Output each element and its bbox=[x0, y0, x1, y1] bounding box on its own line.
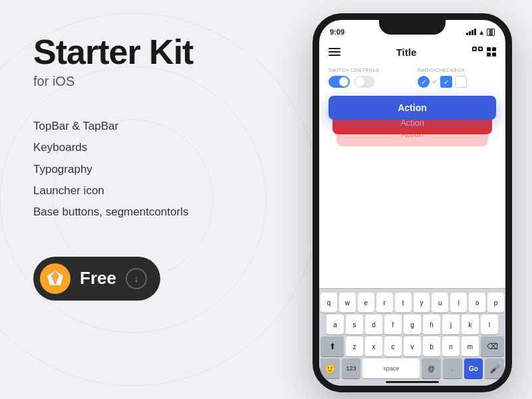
key-n[interactable]: n bbox=[442, 336, 460, 356]
controls-section: SWITCH CONTROLS RADIO/CHECKBOX ✓ ✓ ✓ bbox=[329, 68, 496, 88]
keyboard-row-3: ⬆ z x c v b n m ⌫ bbox=[321, 336, 504, 356]
key-l[interactable]: l bbox=[481, 315, 498, 334]
phone-content: SWITCH CONTROLS RADIO/CHECKBOX ✓ ✓ ✓ bbox=[319, 64, 505, 165]
key-shift[interactable]: ⬆ bbox=[321, 336, 344, 356]
key-v[interactable]: v bbox=[404, 336, 421, 356]
page-subtitle: for iOS bbox=[33, 74, 246, 89]
status-time: 9:09 bbox=[330, 28, 344, 36]
key-d[interactable]: d bbox=[365, 315, 382, 334]
svg-rect-6 bbox=[479, 47, 482, 51]
action-button-blue[interactable]: Action bbox=[329, 96, 496, 120]
key-dot[interactable]: . bbox=[443, 358, 462, 378]
status-icons: ▲ ▓ bbox=[466, 29, 495, 36]
feature-item-5: Base buttons, segmentcontorls bbox=[33, 201, 246, 223]
key-j[interactable]: j bbox=[442, 315, 460, 334]
key-emoji[interactable]: 🙂 bbox=[321, 358, 340, 378]
nav-right-icons bbox=[472, 47, 496, 57]
toggle-on[interactable] bbox=[329, 76, 350, 88]
checkmark-small: ✓ bbox=[432, 78, 438, 85]
key-c[interactable]: c bbox=[384, 336, 402, 356]
free-download-button[interactable]: Free ↓ bbox=[33, 257, 160, 301]
checkbox-checked[interactable]: ✓ bbox=[440, 76, 452, 88]
key-k[interactable]: k bbox=[462, 315, 479, 334]
buttons-stack: Action Action Action bbox=[329, 96, 496, 156]
key-s[interactable]: s bbox=[346, 315, 363, 334]
feature-item-4: Launcher icon bbox=[33, 180, 246, 201]
switch-controls-label: SWITCH CONTROLS bbox=[329, 68, 407, 72]
key-p[interactable]: p bbox=[487, 293, 504, 313]
key-w[interactable]: w bbox=[339, 293, 356, 313]
radio-checkbox-row: ✓ ✓ ✓ bbox=[418, 76, 496, 88]
key-mic[interactable]: 🎤 bbox=[485, 358, 504, 378]
switch-row bbox=[329, 76, 407, 88]
key-z[interactable]: z bbox=[346, 336, 363, 356]
key-at[interactable]: @ bbox=[422, 358, 441, 378]
left-panel: Starter Kit for iOS TopBar & TapBar Keyb… bbox=[0, 0, 279, 399]
menu-icon[interactable] bbox=[329, 48, 340, 56]
download-icon: ↓ bbox=[126, 268, 147, 289]
toggle-off[interactable] bbox=[354, 76, 375, 88]
checkbox-empty[interactable] bbox=[455, 76, 467, 88]
grid-icon bbox=[487, 47, 496, 57]
key-f[interactable]: f bbox=[384, 315, 402, 334]
crop-icon bbox=[472, 47, 483, 57]
phone-mockup: 9:09 ▲ ▓ Title bbox=[286, 7, 532, 399]
radio-checked[interactable]: ✓ bbox=[418, 76, 430, 88]
key-t[interactable]: t bbox=[395, 293, 412, 313]
keyboard-row-4: 🙂 123 space @ . Go 🎤 bbox=[321, 358, 504, 378]
key-space[interactable]: space bbox=[362, 358, 420, 378]
battery-icon: ▓ bbox=[487, 29, 495, 36]
keyboard-row-2: a s d f g h j k l bbox=[321, 315, 504, 334]
page-title: Starter Kit bbox=[33, 33, 246, 71]
key-b[interactable]: b bbox=[423, 336, 440, 356]
switch-controls-group: SWITCH CONTROLS bbox=[329, 68, 407, 88]
feature-item-1: TopBar & TapBar bbox=[33, 116, 246, 137]
key-q[interactable]: q bbox=[321, 293, 337, 313]
key-y[interactable]: y bbox=[414, 293, 430, 313]
wifi-icon: ▲ bbox=[478, 29, 485, 36]
feature-item-3: Typography bbox=[33, 159, 246, 180]
key-u[interactable]: u bbox=[432, 293, 448, 313]
key-r[interactable]: r bbox=[376, 293, 393, 313]
key-a[interactable]: a bbox=[327, 315, 344, 334]
nav-bar: Title bbox=[319, 40, 505, 64]
home-bar bbox=[386, 381, 439, 383]
nav-title: Title bbox=[396, 47, 417, 58]
radio-checkbox-label: RADIO/CHECKBOX bbox=[418, 68, 496, 72]
key-h[interactable]: h bbox=[423, 315, 440, 334]
keyboard: q w e r t y u i o p a s d f g h j k bbox=[319, 288, 505, 386]
key-go[interactable]: Go bbox=[464, 358, 483, 378]
phone-notch bbox=[379, 20, 446, 35]
features-list: TopBar & TapBar Keyboards Typography Lau… bbox=[33, 116, 246, 223]
feature-item-2: Keyboards bbox=[33, 137, 246, 158]
svg-rect-5 bbox=[473, 47, 476, 51]
key-m[interactable]: m bbox=[462, 336, 479, 356]
key-x[interactable]: x bbox=[365, 336, 382, 356]
key-e[interactable]: e bbox=[358, 293, 374, 313]
radio-checkbox-group: RADIO/CHECKBOX ✓ ✓ ✓ bbox=[418, 68, 496, 88]
free-label: Free bbox=[80, 268, 116, 289]
keyboard-row-1: q w e r t y u i o p bbox=[321, 293, 504, 313]
signal-icon bbox=[466, 29, 476, 35]
key-delete[interactable]: ⌫ bbox=[481, 336, 504, 356]
key-g[interactable]: g bbox=[404, 315, 421, 334]
sketch-icon bbox=[40, 263, 70, 294]
phone-frame: 9:09 ▲ ▓ Title bbox=[313, 13, 512, 392]
key-o[interactable]: o bbox=[469, 293, 485, 313]
key-i[interactable]: i bbox=[450, 293, 467, 313]
key-numbers[interactable]: 123 bbox=[342, 358, 361, 378]
